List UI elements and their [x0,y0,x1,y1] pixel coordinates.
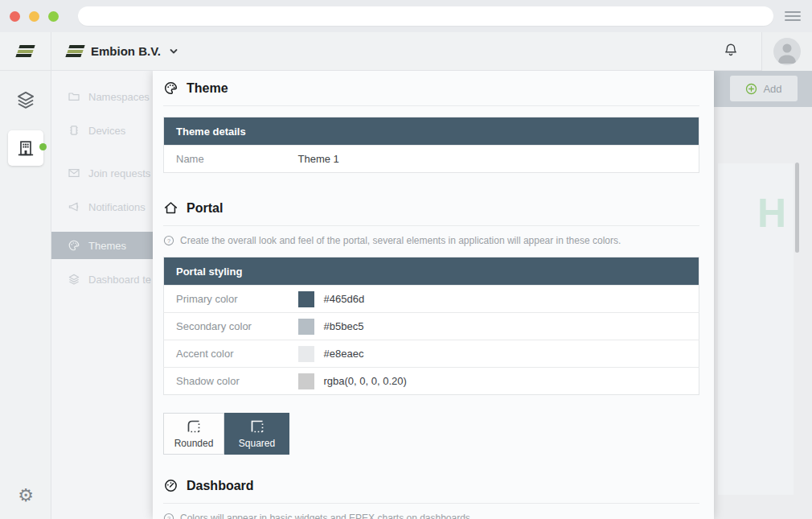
sidebar-item-notifications[interactable]: Notifications [51,193,153,220]
corner-style-toggle: Rounded Squared [163,413,699,455]
active-status-dot [39,143,47,150]
notifications-bell-button[interactable] [723,42,739,61]
portal-hint-text: Create the overall look and feel of the … [180,235,621,246]
sidebar-item-label: Notifications [88,201,146,213]
sidebar-item-themes[interactable]: Themes [51,232,153,259]
table-row: Primary color #465d6d [164,286,699,313]
name-value: Theme 1 [286,146,699,173]
dashboard-hint-text: Colors will appear in basic widgets and … [180,513,473,519]
divider [163,503,699,504]
add-theme-button[interactable]: Add [730,76,798,101]
dashboard-hint: ? Colors will appear in basic widgets an… [163,513,699,519]
bell-icon [723,42,739,58]
primary-color-value: #465d6d [324,293,365,305]
add-button-label: Add [763,83,781,95]
table-row: Accent color #e8eaec [164,340,699,368]
shadow-color-value: rgba(0, 0, 0, 0.20) [324,375,407,387]
zoom-window-button[interactable] [48,11,59,22]
rounded-corner-icon [186,418,202,435]
theme-watermark: H [757,193,786,233]
envelope-icon [68,167,80,179]
secondary-color-value: #b5bec5 [324,320,364,332]
rail-item-company-active[interactable] [8,130,43,166]
screen: Embion B.V. [0,0,812,519]
portal-styling-table: Portal styling Primary color #465d6d Sec… [163,257,699,395]
left-rail: ⚙ [0,71,51,519]
palette-icon [68,239,80,252]
rail-item-namespaces[interactable] [0,82,51,117]
layers-icon [15,89,36,110]
app-header: Embion B.V. [0,32,812,71]
gear-icon: ⚙ [18,485,34,505]
primary-color-swatch[interactable] [298,291,314,307]
svg-text:?: ? [167,237,170,245]
name-label: Name [164,146,286,173]
company-name: Embion B.V. [91,44,161,58]
secondary-sidebar: Namespaces Devices Join requests [51,71,153,519]
squared-corner-icon [249,418,265,435]
sidebar-item-label: Join requests [88,167,150,179]
close-window-button[interactable] [10,11,20,22]
company-switcher[interactable]: Embion B.V. [68,44,178,59]
scrollbar-thumb[interactable] [795,163,799,253]
window-controls [10,11,59,22]
sidebar-item-dashboard-templates[interactable]: Dashboard te [51,266,153,293]
minimize-window-button[interactable] [29,11,39,22]
divider [163,105,699,106]
rounded-option-button[interactable]: Rounded [163,413,224,455]
gauge-icon [163,478,178,493]
squared-option-button[interactable]: Squared [224,413,289,455]
browser-menu-icon[interactable] [785,9,801,23]
settings-button[interactable]: ⚙ [0,485,51,506]
sidebar-item-devices[interactable]: Devices [51,117,153,144]
home-icon [163,200,178,216]
secondary-color-swatch[interactable] [298,319,314,335]
divider [163,225,699,226]
folder-icon [68,90,80,103]
table-row: Secondary color #b5bec5 [164,313,699,340]
sidebar-item-label: Devices [88,125,125,137]
secondary-color-label: Secondary color [164,313,286,340]
device-icon [68,124,80,137]
portal-section-title: Portal [187,201,223,216]
squared-option-label: Squared [239,438,275,449]
user-avatar [773,38,801,65]
browser-chrome [0,0,812,32]
accent-color-value: #e8eaec [324,348,364,360]
accent-color-label: Accent color [164,340,286,368]
url-bar[interactable] [78,6,773,26]
theme-section-title: Theme [187,81,228,96]
sidebar-item-label: Dashboard te [88,274,151,286]
shadow-color-swatch[interactable] [298,373,314,389]
dashboard-section-header: Dashboard [163,478,699,493]
theme-section-header: Theme [163,80,699,96]
app-window: Embion B.V. [0,32,812,519]
svg-text:?: ? [167,515,170,519]
primary-color-label: Primary color [164,286,286,313]
layers-icon [68,273,80,286]
user-menu-button[interactable] [762,32,812,71]
portal-styling-table-title: Portal styling [164,257,699,286]
sidebar-item-label: Namespaces [88,91,150,103]
sidebar-item-label: Themes [88,240,126,252]
rounded-option-label: Rounded [174,438,214,449]
embion-logo-icon [68,44,83,59]
theme-detail-panel: Theme Theme details Name Theme 1 Portal [153,71,714,519]
help-circle-icon: ? [163,513,174,519]
sidebar-item-join-requests[interactable]: Join requests [51,159,153,187]
shadow-color-label: Shadow color [164,368,286,395]
portal-section-header: Portal [163,200,699,216]
dashboard-section-title: Dashboard [187,479,254,493]
accent-color-swatch[interactable] [298,346,314,362]
embion-logo-icon [18,44,33,59]
chevron-down-icon [169,47,178,56]
table-row: Shadow color rgba(0, 0, 0, 0.20) [164,368,699,395]
palette-icon [163,80,178,96]
rail-logo-cell [0,32,51,70]
sidebar-item-namespaces[interactable]: Namespaces [51,83,153,110]
megaphone-icon [68,200,80,213]
theme-details-table: Theme details Name Theme 1 [163,117,699,173]
help-circle-icon: ? [163,235,174,246]
portal-hint: ? Create the overall look and feel of th… [163,235,699,246]
theme-details-table-title: Theme details [164,117,699,146]
